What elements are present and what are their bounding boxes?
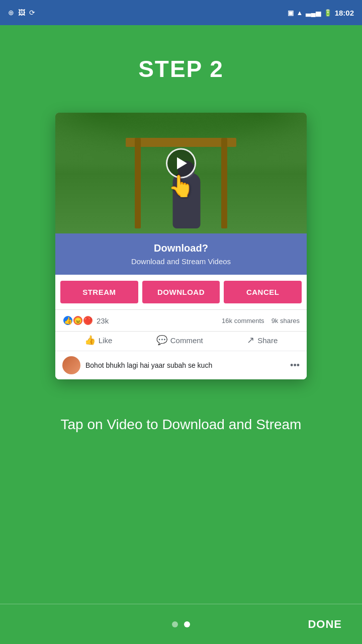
reaction-stats: 16k comments 9k shares — [222, 317, 300, 325]
vibrate-icon: ⊕ — [8, 9, 14, 17]
comments-count: 16k comments — [222, 317, 264, 325]
comment-icon: 💬 — [156, 335, 167, 346]
signal-icon: ▃▄▅ — [306, 9, 320, 17]
pergola-beam — [126, 138, 236, 147]
instruction-text: Tap on Video to Download and Stream — [46, 415, 317, 434]
image-icon: 🖼 — [18, 9, 25, 17]
video-thumbnail: 👆 — [55, 113, 307, 233]
download-dialog-subtitle: Download and Stream Videos — [65, 257, 297, 266]
like-label: Like — [99, 336, 113, 345]
screenshot-mockup: 👆 Download? Download and Stream Videos S… — [55, 113, 307, 379]
done-wrapper: DONE — [190, 618, 342, 631]
status-bar: ⊕ 🖼 ⟳ ▣ ▲ ▃▄▅ 🔋 18:02 — [0, 0, 362, 25]
play-button-area[interactable]: 👆 — [166, 148, 196, 198]
action-buttons-row: STREAM DOWNLOAD CANCEL — [55, 275, 307, 309]
share-label: Share — [257, 336, 278, 345]
step-title: STEP 2 — [138, 55, 224, 83]
comment-preview: Bohot bhukh lagi hai yaar subah se kuch … — [55, 351, 307, 379]
dot-1 — [172, 621, 178, 627]
wifi-icon: ▲ — [297, 9, 303, 17]
download-button[interactable]: DOWNLOAD — [142, 281, 220, 303]
comment-action[interactable]: 💬 Comment — [156, 335, 203, 346]
clock: 18:02 — [335, 9, 354, 17]
pergola-left-post — [135, 138, 141, 228]
like-reaction: 👍 — [62, 315, 73, 326]
main-content: STEP 2 — [0, 25, 362, 614]
shares-count: 9k shares — [272, 317, 300, 325]
sync-icon: ⟳ — [29, 9, 35, 17]
avatar — [62, 356, 80, 374]
hand-emoji: 👆 — [168, 174, 194, 198]
share-icon: ↗ — [247, 335, 254, 346]
angry-reaction: 😠 — [72, 315, 83, 326]
pagination-dots — [172, 621, 190, 627]
download-dialog: Download? Download and Stream Videos — [55, 233, 307, 275]
comment-text: Bohot bhukh lagi hai yaar subah se kuch — [85, 361, 285, 369]
reaction-count: 23k — [97, 316, 109, 325]
dot-2 — [184, 621, 190, 627]
download-dialog-title: Download? — [65, 243, 297, 254]
battery-vibrate-icon: ▣ — [288, 9, 294, 17]
like-action[interactable]: 👍 Like — [84, 335, 113, 346]
battery-icon: 🔋 — [324, 9, 332, 17]
stream-button[interactable]: STREAM — [60, 281, 138, 303]
bottom-bar: DONE — [0, 604, 362, 644]
status-left-icons: ⊕ 🖼 ⟳ — [8, 9, 35, 17]
like-icon: 👍 — [84, 335, 96, 346]
reaction-icons: 👍 😠 ❤️ 23k — [62, 315, 109, 326]
reaction-bar: 👍 😠 ❤️ 23k 16k comments 9k shares — [55, 309, 307, 332]
comment-label: Comment — [170, 336, 203, 345]
done-button[interactable]: DONE — [308, 618, 342, 631]
cancel-button[interactable]: CANCEL — [224, 281, 302, 303]
pergola-right-post — [221, 138, 227, 228]
fb-action-row: 👍 Like 💬 Comment ↗ Share — [55, 332, 307, 351]
play-triangle-icon — [177, 157, 187, 170]
status-right-icons: ▣ ▲ ▃▄▅ 🔋 18:02 — [288, 9, 354, 17]
comment-more-icon: ••• — [290, 360, 300, 371]
heart-reaction: ❤️ — [82, 315, 94, 326]
share-action[interactable]: ↗ Share — [247, 335, 278, 346]
